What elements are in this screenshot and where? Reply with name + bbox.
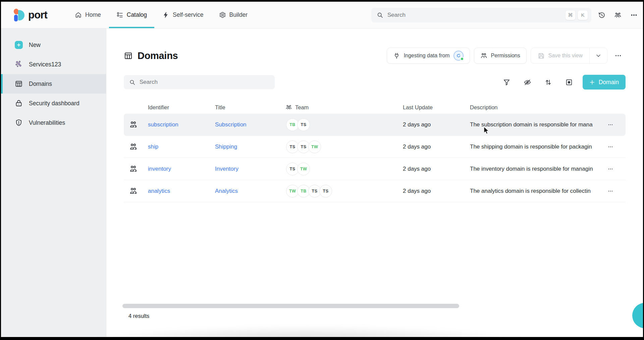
team-badge[interactable]: TW <box>308 140 321 153</box>
identifier-link[interactable]: ship <box>143 144 210 150</box>
nav-home-label: Home <box>85 11 101 18</box>
sidebar-item-services123-label: Services123 <box>29 61 61 68</box>
history-button[interactable] <box>596 9 607 21</box>
sort-button[interactable] <box>544 77 553 87</box>
gear-icon <box>219 11 226 18</box>
shield-alert-icon <box>15 119 23 127</box>
description-value: The inventory domain is responsible for … <box>465 166 595 172</box>
title-link[interactable]: Shipping <box>210 144 281 150</box>
table-icon <box>124 51 133 60</box>
column-header-last-update: Last Update <box>397 104 465 111</box>
port-logo-text: port <box>28 9 47 21</box>
bottom-shadow <box>82 326 532 337</box>
description-value: The shipping domain is responsible for p… <box>465 144 595 150</box>
eye-slash-icon <box>524 78 531 86</box>
table-toolbar: Domain <box>124 75 626 90</box>
page-actions: Ingesting data from Permissions S <box>387 48 625 64</box>
sidebar-item-security-dashboard-label: Security dashboard <box>29 100 79 107</box>
table-row-inventory[interactable]: inventory Inventory TSTW 2 days ago The … <box>124 158 626 180</box>
save-view-dropdown-button[interactable] <box>590 48 607 63</box>
results-count: 4 results <box>128 313 149 319</box>
table-search-input[interactable] <box>140 79 269 86</box>
page-more-options-button[interactable] <box>611 49 625 62</box>
lock-icon <box>15 99 23 107</box>
sidebar-item-security-dashboard[interactable]: Security dashboard <box>1 94 106 113</box>
sidebar-item-domains[interactable]: Domains <box>1 74 106 94</box>
sidebar-item-domains-label: Domains <box>29 80 52 88</box>
page-header: Domains Ingesting data from Permissions <box>124 47 625 64</box>
more-options-button[interactable] <box>628 9 640 21</box>
team-icon <box>285 104 292 111</box>
hide-columns-button[interactable] <box>523 77 532 87</box>
horizontal-scrollbar[interactable] <box>122 304 459 308</box>
sidebar-item-new[interactable]: New <box>1 35 106 55</box>
nav-self-service-label: Self-service <box>173 11 203 18</box>
table-row-ship[interactable]: ship Shipping TSTSTW 2 days ago The ship… <box>124 136 626 158</box>
add-domain-button[interactable]: Domain <box>583 75 626 90</box>
ellipsis-icon <box>607 144 614 150</box>
sort-arrows-icon <box>544 78 552 86</box>
lightning-icon <box>162 11 169 18</box>
team-badges: TSTSTW <box>281 140 397 153</box>
row-actions-button[interactable] <box>605 120 616 130</box>
exporter-status-icon <box>453 51 464 61</box>
identifier-link[interactable]: subscription <box>143 121 210 128</box>
identifier-link[interactable]: analytics <box>143 188 210 194</box>
screenshot-frame: port Home Catalog Self-service Builder <box>0 0 644 340</box>
description-value: The analytics domain is responsible for … <box>465 188 595 194</box>
nav-self-service[interactable]: Self-service <box>162 2 203 28</box>
global-search-input[interactable] <box>387 12 563 18</box>
table-row-subscription[interactable]: subscription Subscription TBTS 2 days ag… <box>124 114 626 136</box>
organization-button[interactable] <box>612 9 624 21</box>
row-actions-button[interactable] <box>605 142 616 152</box>
team-badge[interactable]: TS <box>297 118 310 131</box>
top-right-icons <box>596 9 640 21</box>
team-badges: TSTW <box>281 163 397 175</box>
catalog-sidebar: New Services123 Domains Security dashboa… <box>1 29 106 337</box>
sidebar-item-vulnerabilities-label: Vulnerabilities <box>29 119 65 126</box>
group-by-button[interactable] <box>565 77 574 87</box>
users-icon <box>480 52 487 59</box>
main-nav: Home Catalog Self-service Builder <box>75 2 248 28</box>
table-row-analytics[interactable]: analytics Analytics TWTBTSTS 2 days ago … <box>124 180 626 202</box>
column-header-title: Title <box>210 104 281 111</box>
title-link[interactable]: Inventory <box>210 166 281 172</box>
table-header-row: Identifier Title Team Last Update Descri… <box>124 101 626 114</box>
global-search[interactable]: ⌘ K <box>371 8 591 22</box>
permissions-button[interactable]: Permissions <box>474 48 527 64</box>
domains-table: Identifier Title Team Last Update Descri… <box>124 101 626 202</box>
sidebar-item-vulnerabilities[interactable]: Vulnerabilities <box>1 113 106 132</box>
sidebar-item-services123[interactable]: Services123 <box>1 55 106 74</box>
title-link[interactable]: Subscription <box>210 121 281 128</box>
row-actions-button[interactable] <box>605 186 616 196</box>
table-search[interactable] <box>124 75 275 89</box>
filter-button[interactable] <box>502 77 512 87</box>
status-green-dot <box>460 57 464 61</box>
row-actions-button[interactable] <box>605 164 616 174</box>
nav-home[interactable]: Home <box>75 2 101 28</box>
last-update-value: 2 days ago <box>397 166 465 172</box>
save-view-button-group: Save this view <box>531 48 607 64</box>
plus-icon <box>589 79 595 85</box>
team-badges: TBTS <box>281 118 397 131</box>
ingesting-data-label: Ingesting data from <box>404 53 450 59</box>
title-link[interactable]: Analytics <box>210 188 281 194</box>
identifier-link[interactable]: inventory <box>143 166 210 172</box>
organization-users-icon <box>614 11 622 19</box>
ellipsis-icon <box>607 166 614 172</box>
team-badge[interactable]: TS <box>319 185 332 197</box>
port-logo[interactable]: port <box>13 8 47 22</box>
last-update-value: 2 days ago <box>397 121 465 128</box>
ellipsis-icon <box>614 52 622 59</box>
nav-builder[interactable]: Builder <box>219 2 248 28</box>
column-header-identifier: Identifier <box>143 104 210 111</box>
nav-catalog[interactable]: Catalog <box>116 2 147 28</box>
domain-group-icon <box>129 143 138 151</box>
ingesting-data-button[interactable]: Ingesting data from <box>387 48 470 64</box>
app-window: port Home Catalog Self-service Builder <box>1 2 643 337</box>
team-badge[interactable]: TW <box>297 163 310 175</box>
page-title-group: Domains <box>124 50 178 61</box>
funnel-icon <box>503 78 511 86</box>
chevron-down-icon <box>595 53 601 59</box>
save-this-view-button[interactable]: Save this view <box>531 48 589 63</box>
